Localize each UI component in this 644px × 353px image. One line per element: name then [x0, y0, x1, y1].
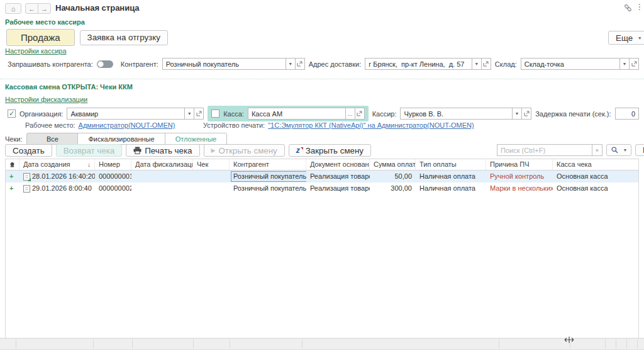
home-button[interactable]: ⌂: [5, 3, 21, 14]
delivery-open-button[interactable]: [482, 58, 491, 70]
column-header-fiscal-date[interactable]: Дата фискализации: [131, 159, 193, 170]
cell-text: Основная касса: [557, 171, 608, 182]
cell-check[interactable]: [193, 182, 230, 194]
warehouse-field: ▾: [521, 58, 639, 70]
organization-input[interactable]: [67, 108, 185, 120]
chevron-down-icon: ▾: [516, 111, 518, 116]
delivery-address-input[interactable]: [365, 58, 472, 70]
section-divider: [0, 79, 644, 79]
cell-date[interactable]: 29.01.2026 8:00:40: [19, 182, 95, 194]
kassa-input[interactable]: [248, 108, 346, 120]
back-button[interactable]: ←: [25, 3, 38, 14]
column-header-counterparty[interactable]: Контрагент: [230, 159, 306, 170]
fiscal-settings-link[interactable]: Настройки фискализации: [5, 96, 87, 103]
workplace-more-button[interactable]: Еще: [608, 31, 644, 45]
counterparty-dropdown-button[interactable]: ▾: [286, 58, 296, 70]
counterparty-input[interactable]: [162, 58, 286, 70]
cell-fiscal-date[interactable]: [131, 182, 193, 194]
search-input[interactable]: [497, 144, 592, 156]
cashier-open-button[interactable]: [522, 108, 531, 120]
fiscal-status-column-header[interactable]: [6, 159, 19, 170]
cell-sum[interactable]: 300,00: [370, 182, 416, 194]
print-device-link[interactable]: "1С:Эмулятор ККТ (NativeApi)" на Админис…: [268, 121, 474, 129]
column-header-label: Номер: [99, 159, 120, 170]
kassa-choose-button[interactable]: ...: [346, 108, 355, 120]
cashier-dropdown-button[interactable]: ▾: [513, 108, 522, 120]
create-button[interactable]: Создать: [5, 144, 52, 157]
tab-fiscalized-checks[interactable]: Фискализированные: [77, 133, 165, 145]
counterparty-open-button[interactable]: [296, 58, 305, 70]
tab-all-checks[interactable]: Все: [26, 133, 78, 145]
kassa-open-button[interactable]: [355, 108, 365, 120]
organization-dropdown-button[interactable]: ▾: [185, 108, 194, 120]
shipment-request-button[interactable]: Заявка на отгрузку: [80, 30, 168, 45]
organization-open-button[interactable]: [194, 108, 204, 120]
tab-deferred-checks[interactable]: Отложенные: [165, 133, 228, 145]
cashier-input[interactable]: [400, 108, 513, 120]
receipt-fiscalized-icon: [23, 173, 30, 181]
list-more-button[interactable]: Еще: [635, 144, 644, 156]
forward-icon: →: [41, 5, 48, 13]
kassa-checkbox[interactable]: [211, 109, 219, 118]
table-row[interactable]: + 29.01.2026 8:00:40 000000002 Розничный…: [6, 182, 638, 194]
new-row-marker: +: [9, 182, 13, 194]
cell-text: Наличная оплата: [419, 171, 475, 182]
cell-date[interactable]: 28.01.2026 16:40:20: [19, 171, 95, 182]
cell-base-doc[interactable]: Реализация товаров и услу...: [306, 182, 370, 194]
warehouse-open-button[interactable]: [630, 58, 639, 70]
ask-counterparty-toggle[interactable]: [97, 60, 113, 68]
kassa-field: ...: [248, 108, 365, 120]
checks-table: Дата создания ↓ Номер Дата фискализации …: [5, 159, 639, 338]
checks-tab-group: Все Фискализированные Отложенные: [26, 133, 227, 145]
open-icon: [196, 111, 202, 116]
column-header-check[interactable]: Чек: [193, 159, 230, 170]
column-header-base-doc[interactable]: Документ основание: [306, 159, 370, 170]
cashier-label: Кассир:: [372, 110, 397, 118]
delivery-dropdown-button[interactable]: ▾: [472, 58, 482, 70]
cell-kassa[interactable]: Основная касса: [553, 171, 638, 182]
get-link-button[interactable]: [623, 3, 633, 14]
cell-pch-reason[interactable]: Ручной контроль: [486, 171, 553, 182]
table-row[interactable]: + 28.01.2026 16:40:20 000000001 Розничны…: [6, 171, 638, 182]
column-header-pay-type[interactable]: Тип оплаты: [416, 159, 486, 170]
selected-cell[interactable]: Розничный покупатель: [231, 171, 306, 182]
cell-number[interactable]: 000000001: [95, 171, 131, 182]
cashier-settings-link[interactable]: Настройки кассира: [5, 47, 67, 55]
cell-pay-type[interactable]: Наличная оплата: [416, 171, 486, 182]
column-header-sum[interactable]: Сумма оплаты: [370, 159, 416, 170]
cell-check[interactable]: [193, 171, 230, 182]
column-header-number[interactable]: Номер: [95, 159, 131, 170]
warehouse-input[interactable]: [521, 58, 620, 70]
sale-button[interactable]: Продажа: [6, 29, 75, 46]
cell-counterparty[interactable]: Розничный покупатель: [230, 171, 306, 182]
warehouse-dropdown-button[interactable]: ▾: [620, 58, 630, 70]
print-delay-input[interactable]: [615, 108, 639, 120]
cell-sum[interactable]: 50,00: [370, 171, 416, 182]
cell-pay-type[interactable]: Наличная оплата: [416, 182, 486, 194]
print-check-button[interactable]: Печать чека: [126, 144, 199, 157]
cell-counterparty[interactable]: Розничный покупатель: [230, 182, 306, 194]
cell-fiscal-date[interactable]: [131, 171, 193, 182]
more-menu-button[interactable]: ⋮: [636, 3, 643, 11]
cell-number[interactable]: 000000002: [95, 182, 131, 194]
workplace-link[interactable]: Администратор(NOUT-OMEN): [79, 121, 175, 129]
column-header-pch-reason[interactable]: Причина ПЧ: [486, 159, 553, 170]
forward-button[interactable]: →: [38, 3, 51, 14]
search-clear-button[interactable]: ×: [592, 144, 602, 156]
search-options-button[interactable]: [606, 144, 631, 156]
organization-checkbox[interactable]: ✓: [8, 109, 16, 118]
organization-label: Организация:: [19, 110, 63, 118]
close-shift-label: Закрыть смену: [306, 146, 364, 155]
play-icon: ▶: [211, 147, 216, 154]
column-header-date[interactable]: Дата создания ↓: [19, 159, 95, 170]
open-shift-button[interactable]: ▶ Открыть смену: [204, 144, 285, 157]
check-icon: ✓: [9, 110, 14, 117]
cell-pch-reason[interactable]: Марки в нескольких чеках: [486, 182, 553, 194]
cell-kassa[interactable]: Основная касса: [553, 182, 638, 194]
cell-base-doc[interactable]: Реализация товаров и услу...: [306, 171, 370, 182]
close-shift-button[interactable]: z Закрыть смену: [289, 144, 371, 157]
column-header-kassa[interactable]: Касса чека: [553, 159, 638, 170]
return-check-button[interactable]: Возврат чека: [56, 144, 123, 157]
ask-counterparty-label: Запрашивать контрагента:: [8, 60, 93, 68]
delivery-address-label: Адрес доставки:: [309, 60, 361, 68]
